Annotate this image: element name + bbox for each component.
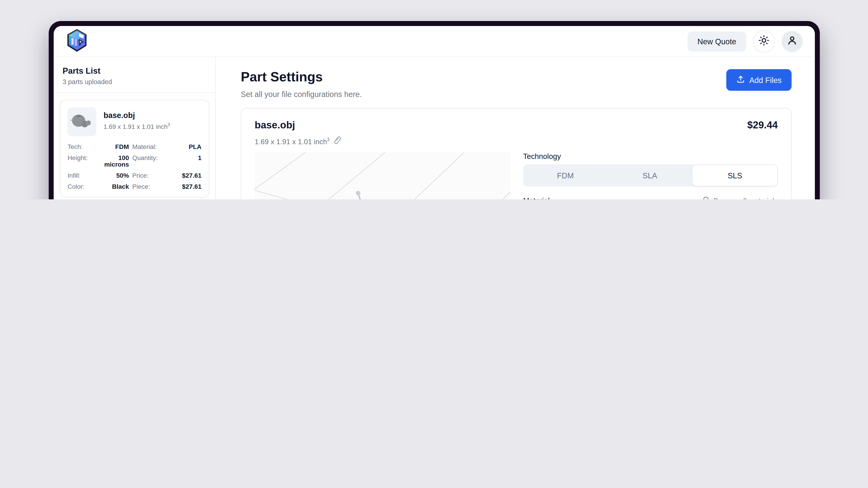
app-window: New Quote (54, 26, 815, 200)
part-card-1[interactable]: base.obj 1.69 x 1.91 x 1.01 inch3 Tech:F… (60, 100, 209, 197)
browser-window-frame: New Quote (49, 21, 820, 200)
color-value: Black (95, 183, 129, 190)
desktop-background: New Quote (0, 0, 868, 200)
app-header: New Quote (54, 26, 815, 57)
tab-sla[interactable]: SLA (608, 164, 692, 186)
page-subtitle: Set all your file configurations here. (241, 90, 362, 98)
robot-model (337, 191, 440, 200)
model-viewer-3d[interactable] (254, 152, 510, 200)
user-avatar-button[interactable] (782, 31, 803, 52)
parts-list-header: Parts List 3 parts uploaded (54, 57, 215, 93)
sun-icon (758, 35, 770, 48)
quantity-value: 1 (168, 154, 202, 161)
page-title: Part Settings (241, 69, 362, 85)
parts-list-count: 3 parts uploaded (63, 78, 207, 86)
app-logo-icon[interactable] (66, 29, 88, 54)
selected-part-dimensions: 1.69 x 1.91 x 1.01 inch3 (254, 136, 778, 147)
tech-label: Tech: (68, 143, 92, 150)
theme-toggle-button[interactable] (753, 30, 775, 52)
material-label: Material: (132, 143, 164, 150)
material-label: Material (523, 196, 550, 200)
infill-label: Infill: (68, 172, 92, 179)
parts-list-title: Parts List (63, 66, 207, 75)
parts-list: base.obj 1.69 x 1.91 x 1.01 inch3 Tech:F… (54, 93, 215, 200)
new-quote-button[interactable]: New Quote (687, 31, 746, 51)
upload-icon (736, 75, 745, 86)
part-settings-panel: base.obj $29.44 1.69 x 1.91 x 1.01 inch3 (241, 108, 792, 200)
technology-segmented-control: FDM SLA SLS (523, 164, 778, 186)
parts-list-sidebar: Parts List 3 parts uploaded base.obj 1.6… (54, 57, 216, 200)
tab-sls[interactable]: SLS (692, 164, 778, 186)
material-value: PLA (168, 143, 202, 150)
part-thumbnail (68, 108, 96, 136)
main-content: Part Settings Set all your file configur… (216, 57, 815, 200)
search-icon (702, 196, 710, 200)
infill-value: 50% (95, 172, 129, 179)
technology-label: Technology (523, 152, 778, 160)
piece-label: Piece: (132, 183, 164, 190)
tech-value: FDM (95, 143, 129, 150)
color-label: Color: (68, 183, 92, 190)
settings-column: Technology FDM SLA SLS Material (523, 152, 778, 200)
tab-fdm[interactable]: FDM (523, 164, 608, 186)
browse-all-materials-link[interactable]: Browse all materials (702, 196, 778, 200)
height-label: Height: (68, 154, 92, 161)
price-value: $27.61 (168, 172, 202, 179)
piece-value: $27.61 (168, 183, 202, 190)
price-label: Price: (132, 172, 164, 179)
height-value: 100 microns (95, 154, 129, 168)
selected-part-name: base.obj (254, 120, 295, 131)
part-dimensions: 1.69 x 1.91 x 1.01 inch3 (103, 122, 170, 130)
user-icon (786, 35, 798, 48)
quantity-label: Quantity: (132, 154, 164, 161)
part-name: base.obj (103, 111, 170, 120)
selected-part-price: $29.44 (747, 120, 778, 131)
ruler-icon[interactable] (333, 136, 342, 147)
add-files-button[interactable]: Add Files (726, 69, 792, 91)
